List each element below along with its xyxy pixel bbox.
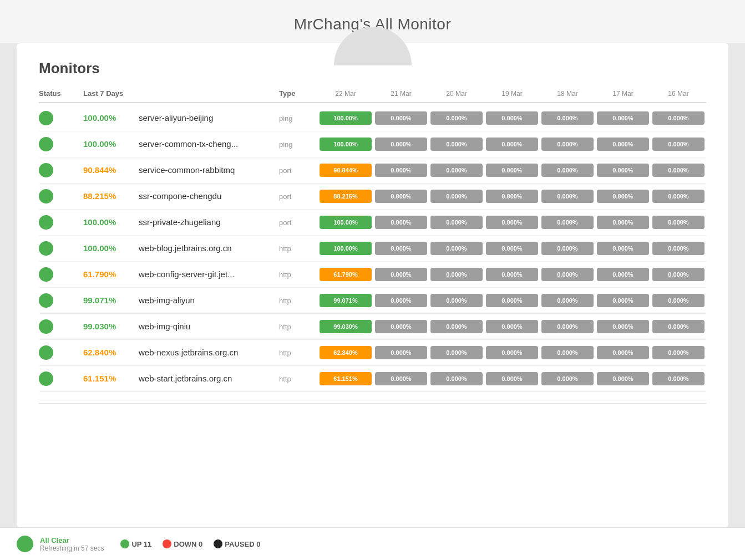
uptime-cell: 61.790%	[83, 269, 139, 279]
uptime-badge: 0.000%	[652, 190, 705, 203]
badges-row: 99.030%0.000%0.000%0.000%0.000%0.000%0.0…	[318, 320, 706, 333]
monitor-type-cell: http	[279, 349, 318, 357]
table-row[interactable]: 100.00%ssr-private-zhugeliangport100.00%…	[39, 210, 706, 236]
uptime-badge: 0.000%	[486, 268, 538, 281]
monitor-name-cell: web-img-qiniu	[139, 322, 279, 332]
all-clear-label: All Clear	[40, 536, 104, 544]
uptime-cell: 61.151%	[83, 374, 139, 384]
paused-dot	[214, 539, 222, 548]
uptime-label: 99.071%	[83, 296, 116, 305]
uptime-badge: 62.840%	[320, 346, 372, 359]
monitor-type-cell: port	[279, 218, 318, 227]
table-row[interactable]: 99.030%web-img-qiniuhttp99.030%0.000%0.0…	[39, 314, 706, 340]
uptime-label: 61.151%	[83, 374, 116, 383]
footer-left: All Clear Refreshing in 57 secs	[17, 536, 104, 552]
monitor-name-cell: web-start.jetbrains.org.cn	[139, 374, 279, 384]
uptime-badge: 0.000%	[486, 216, 538, 229]
status-cell	[39, 371, 83, 386]
uptime-badge: 0.000%	[375, 320, 427, 333]
monitor-name: server-common-tx-cheng...	[139, 139, 238, 149]
uptime-badge: 0.000%	[541, 346, 594, 359]
uptime-badge: 100.00%	[320, 111, 372, 125]
status-dot	[39, 163, 53, 177]
uptime-cell: 100.00%	[83, 243, 139, 253]
uptime-badge: 100.00%	[320, 216, 372, 229]
monitor-name-cell: server-common-tx-cheng...	[139, 139, 279, 149]
uptime-badge: 0.000%	[486, 346, 538, 359]
uptime-badge: 0.000%	[486, 138, 538, 151]
status-dot	[39, 137, 53, 151]
monitor-name: web-config-server-git.jet...	[139, 269, 235, 279]
monitor-type-cell: port	[279, 166, 318, 175]
table-row[interactable]: 61.790%web-config-server-git.jet...http6…	[39, 262, 706, 288]
uptime-badge: 99.071%	[320, 294, 372, 307]
table-row[interactable]: 90.844%service-common-rabbitmqport90.844…	[39, 157, 706, 184]
table-row[interactable]: 99.071%web-img-aliyunhttp99.071%0.000%0.…	[39, 288, 706, 314]
monitor-name: ssr-private-zhugeliang	[139, 217, 221, 227]
uptime-badge: 0.000%	[652, 320, 705, 333]
table-row[interactable]: 88.215%ssr-compone-chengduport88.215%0.0…	[39, 184, 706, 210]
badges-row: 100.00%0.000%0.000%0.000%0.000%0.000%0.0…	[318, 242, 706, 255]
uptime-badge: 0.000%	[375, 242, 427, 255]
status-dot	[39, 267, 53, 282]
uptime-badge: 0.000%	[541, 320, 594, 333]
uptime-badge: 0.000%	[375, 294, 427, 307]
status-dot	[39, 345, 53, 360]
table-row[interactable]: 100.00%web-blog.jetbrains.org.cnhttp100.…	[39, 236, 706, 262]
uptime-label: 62.840%	[83, 348, 116, 357]
uptime-badge: 100.00%	[320, 138, 372, 151]
refreshing-label: Refreshing in 57 secs	[40, 544, 104, 552]
uptime-badge: 0.000%	[486, 242, 538, 255]
monitor-type-cell: http	[279, 375, 318, 383]
status-dot	[39, 215, 53, 230]
uptime-label: 61.790%	[83, 269, 116, 279]
uptime-badge: 0.000%	[541, 111, 594, 125]
col-header-last7days: Last 7 Days	[83, 89, 139, 98]
monitor-name: web-nexus.jetbrains.org.cn	[139, 348, 238, 357]
uptime-badge: 0.000%	[486, 111, 538, 125]
uptime-badge: 0.000%	[430, 216, 483, 229]
uptime-label: 100.00%	[83, 113, 116, 123]
uptime-badge: 0.000%	[375, 372, 427, 385]
status-dot	[39, 111, 53, 125]
uptime-badge: 0.000%	[597, 190, 649, 203]
table-row[interactable]: 61.151%web-start.jetbrains.org.cnhttp61.…	[39, 366, 706, 392]
table-row[interactable]: 100.00%server-common-tx-cheng...ping100.…	[39, 131, 706, 157]
status-cell	[39, 215, 83, 230]
uptime-badge: 0.000%	[430, 164, 483, 177]
uptime-badge: 0.000%	[430, 242, 483, 255]
uptime-badge: 0.000%	[375, 346, 427, 359]
monitor-name: service-common-rabbitmq	[139, 165, 235, 175]
uptime-label: 100.00%	[83, 217, 116, 227]
status-cell	[39, 189, 83, 203]
status-cell	[39, 345, 83, 360]
uptime-badge: 0.000%	[652, 216, 705, 229]
monitor-name-cell: server-aliyun-beijing	[139, 113, 279, 123]
badges-row: 100.00%0.000%0.000%0.000%0.000%0.000%0.0…	[318, 216, 706, 229]
status-cell	[39, 111, 83, 125]
uptime-label: 100.00%	[83, 139, 116, 149]
uptime-badge: 0.000%	[486, 190, 538, 203]
uptime-badge: 0.000%	[652, 138, 705, 151]
footer-stats: UP 11 DOWN 0 PAUSED 0	[120, 539, 260, 548]
table-row[interactable]: 100.00%server-aliyun-beijingping100.00%0…	[39, 105, 706, 131]
uptime-badge: 0.000%	[652, 111, 705, 125]
monitor-type-cell: http	[279, 245, 318, 253]
badges-row: 88.215%0.000%0.000%0.000%0.000%0.000%0.0…	[318, 190, 706, 203]
monitor-type-cell: ping	[279, 114, 318, 123]
uptime-badge: 0.000%	[375, 164, 427, 177]
uptime-cell: 62.840%	[83, 348, 139, 358]
paused-label: PAUSED 0	[225, 540, 260, 548]
separator	[39, 403, 706, 404]
uptime-badge: 0.000%	[541, 216, 594, 229]
uptime-badge: 0.000%	[652, 372, 705, 385]
badges-row: 99.071%0.000%0.000%0.000%0.000%0.000%0.0…	[318, 294, 706, 307]
monitor-type-cell: http	[279, 323, 318, 331]
uptime-label: 99.030%	[83, 322, 116, 331]
footer-status-dot	[17, 536, 33, 552]
paused-stat: PAUSED 0	[214, 539, 260, 548]
monitor-name: web-img-aliyun	[139, 296, 195, 305]
date-column-header: 16 Mar	[651, 90, 706, 98]
table-row[interactable]: 62.840%web-nexus.jetbrains.org.cnhttp62.…	[39, 340, 706, 366]
status-dot	[39, 189, 53, 203]
